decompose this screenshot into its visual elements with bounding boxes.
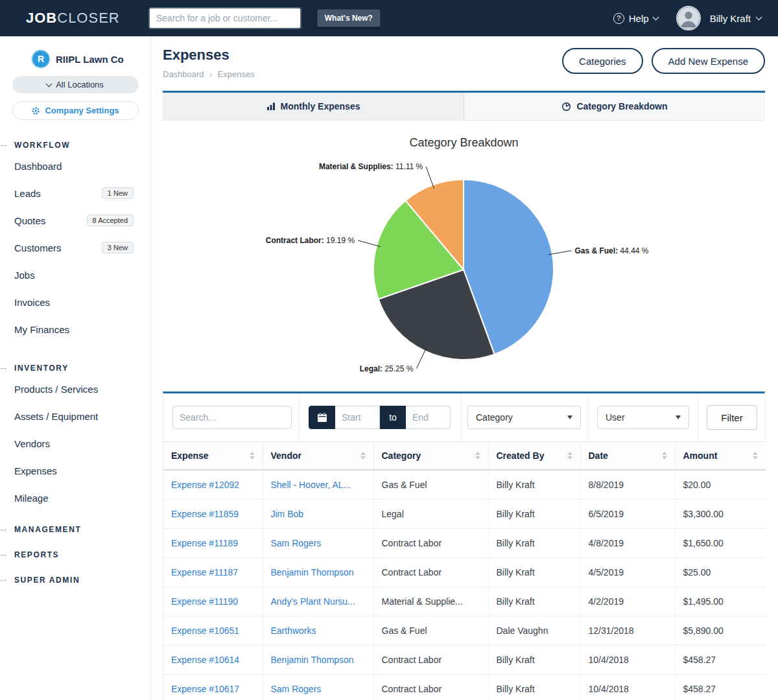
category-cell: Contract Labor [373,675,488,700]
bar-chart-icon [266,102,276,111]
vendor-link[interactable]: Jim Bob [263,500,373,529]
column-header-vendor[interactable]: Vendor [263,442,373,471]
sidebar-section-management[interactable]: -- MANAGEMENT [0,522,150,537]
chart-area: Category Breakdown Gas & Fuel: 44.44 %Le… [163,121,765,388]
sidebar-item-leads[interactable]: Leads1 New [0,180,150,207]
search-input[interactable] [172,406,292,429]
expense-link[interactable]: Expense #11187 [163,558,263,587]
expense-link[interactable]: Expense #10614 [163,646,263,675]
column-label: Amount [683,450,718,461]
whats-new-button[interactable]: What's New? [317,9,381,27]
main-content: Expenses Dashboard › Expenses Categories… [152,36,778,700]
item-label: Invoices [14,297,50,308]
expense-table: Expense Vendor Category Created By Date … [163,441,766,700]
sidebar-item-vendors[interactable]: Vendors [0,430,150,457]
sidebar-section-workflow: -- WORKFLOW [0,138,150,152]
location-label: All Locations [56,80,104,89]
vendor-link[interactable]: Sam Rogers [263,529,373,558]
sort-icon [471,452,480,460]
tab-monthly-expenses[interactable]: Monthly Expenses [163,93,464,120]
section-label: MANAGEMENT [14,525,81,534]
tab-label: Monthly Expenses [281,101,360,111]
vendor-link[interactable]: Benjamin Thompson [263,558,373,587]
tab-category-breakdown[interactable]: Category Breakdown [464,93,765,120]
sort-icon [563,452,572,460]
created-by-cell: Billy Kraft [488,558,580,587]
end-date-input[interactable] [406,406,451,429]
column-header-amount[interactable]: Amount [675,442,766,471]
global-search-input[interactable] [148,7,301,29]
section-label: INVENTORY [14,364,69,373]
customers-badge: 3 New [102,242,134,253]
amount-cell: $5,890.00 [675,616,766,646]
column-header-created-by[interactable]: Created By [488,442,580,471]
sidebar-section-super-admin[interactable]: -- SUPER ADMIN [0,573,150,587]
expense-link[interactable]: Expense #11190 [163,587,263,616]
sidebar-item-quotes[interactable]: Quotes8 Accepted [0,207,150,234]
person-icon [678,7,700,29]
item-label: Quotes [14,215,45,226]
leads-badge: 1 New [102,187,134,199]
section-dash: -- [1,550,6,558]
section-label: SUPER ADMIN [14,576,80,585]
expense-link[interactable]: Expense #10617 [163,675,263,700]
sidebar-item-jobs[interactable]: Jobs [0,261,150,288]
user-select[interactable]: User [597,406,689,429]
vendor-link[interactable]: Sam Rogers [263,675,373,700]
category-cell: Material & Supplie... [373,587,488,616]
vendor-link[interactable]: Benjamin Thompson [263,646,373,675]
sidebar-item-my-finances[interactable]: My Finances [0,316,150,343]
expense-link[interactable]: Expense #12092 [163,470,263,500]
start-date-input[interactable] [335,406,380,429]
sidebar-item-mileage[interactable]: Mileage [0,484,150,511]
add-new-expense-button[interactable]: Add New Expense [652,48,765,74]
vendor-link[interactable]: Earthworks [263,616,373,646]
column-label: Expense [171,450,209,461]
pie-label: Gas & Fuel: 44.44 % [574,246,648,255]
table-row: Expense #10614 Benjamin Thompson Contrac… [163,646,766,675]
sidebar-item-dashboard[interactable]: Dashboard [0,152,150,180]
vendor-link[interactable]: Shell - Hoover, AL... [263,470,373,500]
vendor-link[interactable]: Andy's Plant Nursu... [263,587,373,616]
chevron-down-icon [756,14,762,21]
column-header-category[interactable]: Category [373,442,488,471]
item-label: My Finances [14,324,69,335]
breadcrumb-separator-icon: › [209,69,213,80]
filter-bar: to Category User Filter [163,393,764,441]
logo-light: CLOSER [57,10,119,26]
caret-down-icon [676,415,681,419]
section-label: WORKFLOW [14,141,70,150]
sidebar-item-products-services[interactable]: Products / Services [0,375,150,402]
help-menu[interactable]: ? Help [613,13,658,24]
categories-button[interactable]: Categories [562,48,643,74]
chart-tabs: Monthly Expenses Category Breakdown [163,93,765,121]
expense-link[interactable]: Expense #10651 [163,616,263,646]
sidebar-item-invoices[interactable]: Invoices [0,288,150,316]
company-settings-button[interactable]: Company Settings [12,101,139,120]
location-selector[interactable]: All Locations [12,76,139,93]
sidebar-item-expenses[interactable]: Expenses [0,457,150,484]
gear-icon [31,106,40,115]
filter-button[interactable]: Filter [707,405,757,430]
item-label: Assets / Equipment [14,411,98,422]
breadcrumb-expenses: Expenses [218,69,255,79]
section-dash: -- [1,364,6,371]
calendar-icon [317,412,327,423]
page-title: Expenses [163,47,255,64]
expense-link[interactable]: Expense #11189 [163,529,263,558]
column-header-expense[interactable]: Expense [163,442,263,471]
sidebar-section-reports[interactable]: -- REPORTS [0,548,150,562]
expense-link[interactable]: Expense #11859 [163,500,263,529]
user-menu[interactable]: Billy Kraft [710,13,761,24]
breadcrumb-dashboard[interactable]: Dashboard [163,69,204,79]
app-logo[interactable]: JOBCLOSER [26,10,120,27]
column-header-date[interactable]: Date [580,442,675,471]
date-cell: 4/5/2019 [580,558,675,587]
date-cell: 8/8/2019 [580,470,675,500]
table-row: Expense #11187 Benjamin Thompson Contrac… [163,558,766,587]
sidebar-item-assets-equipment[interactable]: Assets / Equipment [0,402,150,430]
sidebar-item-customers[interactable]: Customers3 New [0,234,150,261]
category-select[interactable]: Category [467,406,581,429]
user-avatar[interactable] [676,6,701,30]
calendar-button[interactable] [309,406,335,429]
